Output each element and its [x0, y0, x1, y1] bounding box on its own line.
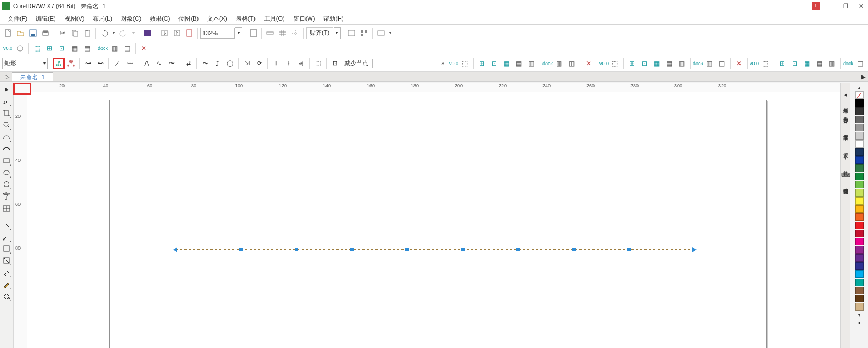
- color-swatch[interactable]: [855, 205, 864, 213]
- export-button[interactable]: [171, 27, 183, 39]
- text-tool[interactable]: 字: [1, 191, 12, 202]
- color-swatch[interactable]: [855, 254, 864, 262]
- import-button[interactable]: [158, 27, 170, 39]
- align-nodes-v-button[interactable]: ⫲: [283, 58, 295, 69]
- color-swatch[interactable]: [855, 132, 864, 140]
- ex-btn-8[interactable]: ◫: [566, 58, 578, 69]
- interactive-fill-tool[interactable]: [1, 243, 12, 254]
- node-handle[interactable]: [572, 248, 576, 251]
- to-curve-button[interactable]: 〰: [124, 58, 136, 69]
- palette-scroll-down[interactable]: ▾: [851, 311, 867, 319]
- node-handle[interactable]: [405, 248, 409, 251]
- macro-btn-4[interactable]: ⊡: [56, 42, 68, 54]
- delete-node-button[interactable]: [65, 58, 77, 69]
- ex-btn-20[interactable]: ⊞: [776, 58, 788, 69]
- ex-btn-19[interactable]: ⬚: [760, 58, 771, 69]
- select-all-nodes-button[interactable]: ⊡: [329, 58, 341, 69]
- menu-help[interactable]: 帮助(H): [319, 13, 348, 24]
- welcome-button[interactable]: [375, 27, 387, 39]
- menu-window[interactable]: 窗口(W): [289, 13, 320, 24]
- node-handle[interactable]: [350, 248, 354, 251]
- macro-btn-7[interactable]: ▥: [108, 42, 120, 54]
- ex-btn-2[interactable]: ⊞: [476, 58, 488, 69]
- to-line-button[interactable]: ／: [111, 58, 123, 69]
- copy-button[interactable]: [69, 27, 81, 39]
- color-swatch[interactable]: [855, 303, 864, 311]
- ex-btn-11[interactable]: ⊞: [626, 58, 638, 69]
- ex-btn-16[interactable]: ▥: [704, 58, 716, 69]
- zoom-dropdown[interactable]: ▾: [235, 27, 242, 39]
- ex-btn-7[interactable]: ▥: [553, 58, 565, 69]
- dock-tag-2[interactable]: dock: [542, 58, 553, 69]
- ex-btn-25[interactable]: ◫: [854, 58, 866, 69]
- docker-tab-shortcut-icon[interactable]: ⌨: [842, 172, 849, 179]
- show-guidelines-button[interactable]: [289, 27, 301, 39]
- polygon-tool[interactable]: [1, 179, 12, 190]
- snap-dropdown[interactable]: ▾: [334, 27, 341, 39]
- ex-btn-14[interactable]: ▤: [663, 58, 675, 69]
- ex-btn-1[interactable]: ⬚: [459, 58, 471, 69]
- extract-subpath-button[interactable]: ⤴: [212, 58, 224, 69]
- zoom-tool[interactable]: [1, 119, 12, 130]
- undo-button[interactable]: [98, 27, 110, 39]
- ruler-origin-corner[interactable]: [14, 83, 27, 92]
- ex-btn-3[interactable]: ⊡: [488, 58, 500, 69]
- welcome-dropdown[interactable]: ▾: [387, 27, 393, 39]
- color-swatch[interactable]: [855, 116, 864, 123]
- color-swatch[interactable]: [855, 124, 864, 131]
- menu-effects[interactable]: 效果(C): [145, 13, 174, 24]
- ex-btn-22[interactable]: ▦: [801, 58, 813, 69]
- reverse-direction-button[interactable]: ⇄: [182, 58, 194, 69]
- ex-btn-17[interactable]: ◫: [716, 58, 728, 69]
- docker-tab-transform-icon[interactable]: ⊹: [842, 154, 849, 161]
- search-content-button[interactable]: [142, 27, 154, 39]
- color-swatch[interactable]: [855, 164, 864, 172]
- minimize-button[interactable]: –: [826, 1, 835, 11]
- menu-object[interactable]: 对象(C): [117, 13, 145, 24]
- color-swatch[interactable]: [855, 91, 864, 99]
- color-swatch[interactable]: [855, 156, 864, 164]
- color-swatch[interactable]: [855, 270, 864, 278]
- symmetric-node-button[interactable]: 〜: [165, 58, 177, 69]
- color-swatch[interactable]: [855, 287, 864, 294]
- docker-expand-icon[interactable]: ◂: [842, 91, 849, 98]
- cut-button[interactable]: ✂: [56, 27, 68, 39]
- dock-tag-3[interactable]: dock: [693, 58, 703, 69]
- redo-dropdown[interactable]: ▾: [130, 27, 137, 39]
- ex-btn-12[interactable]: ⊡: [639, 58, 650, 69]
- menu-table[interactable]: 表格(T): [232, 13, 260, 24]
- ex-btn-23[interactable]: ▤: [814, 58, 826, 69]
- shape-tool[interactable]: [1, 96, 12, 106]
- docker-tab-text[interactable]: 文本属性: [841, 127, 850, 134]
- macro-btn-8[interactable]: ◫: [121, 42, 133, 54]
- vertical-ruler[interactable]: 20406080: [14, 92, 27, 348]
- dock-tag-1[interactable]: dock: [98, 42, 108, 54]
- save-button[interactable]: [27, 27, 39, 39]
- stretch-nodes-button[interactable]: ⇲: [241, 58, 253, 69]
- crop-tool[interactable]: [1, 107, 12, 118]
- ex-btn-9[interactable]: ✕: [583, 58, 595, 69]
- show-rulers-button[interactable]: [264, 27, 276, 39]
- dock-tag-4[interactable]: dock: [843, 58, 853, 69]
- connector-tool[interactable]: [1, 231, 12, 242]
- full-screen-button[interactable]: [247, 27, 259, 39]
- macro-btn-2[interactable]: ⬚: [31, 42, 43, 54]
- docker-tab-settings[interactable]: 设置: [841, 145, 850, 151]
- macro-btn-5[interactable]: ▦: [68, 42, 80, 54]
- ex-btn-6[interactable]: ▥: [526, 58, 538, 69]
- palette-flyout[interactable]: ◂: [851, 319, 867, 326]
- docker-tab-text-icon[interactable]: A: [842, 118, 849, 125]
- color-swatch[interactable]: [855, 213, 864, 221]
- ex-btn-24[interactable]: ▥: [826, 58, 838, 69]
- reflect-h-button[interactable]: ⫷: [295, 58, 307, 69]
- color-swatch[interactable]: [855, 107, 864, 115]
- break-nodes-button[interactable]: ⊷: [94, 58, 106, 69]
- ex-btn-13[interactable]: ▦: [651, 58, 663, 69]
- color-swatch[interactable]: [855, 295, 864, 302]
- close-curve-button[interactable]: ◯: [224, 58, 236, 69]
- options-button[interactable]: [346, 27, 358, 39]
- node-handle[interactable]: [239, 248, 243, 251]
- menu-tools[interactable]: 工具(O): [260, 13, 289, 24]
- zoom-level-input[interactable]: 132%: [200, 28, 235, 39]
- color-swatch[interactable]: [855, 262, 864, 270]
